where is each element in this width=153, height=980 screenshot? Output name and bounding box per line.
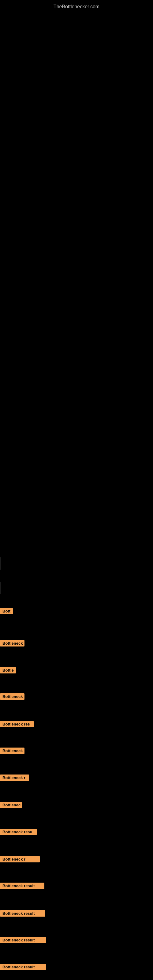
label-10: Bottleneck r [0, 856, 40, 862]
cursor-line-1 [1, 557, 1, 570]
label-9: Bottleneck resu [0, 829, 37, 835]
label-13: Bottleneck result [0, 937, 46, 943]
site-title: TheBottlenecker.com [54, 2, 99, 10]
label-4: Bottleneck [0, 694, 24, 700]
label-14: Bottleneck result [0, 964, 46, 970]
label-3: Bottle [0, 667, 16, 673]
label-8: Bottlenec [0, 802, 22, 808]
label-5: Bottleneck res [0, 721, 33, 727]
label-1: Bott [0, 608, 13, 614]
label-12: Bottleneck result [0, 910, 45, 916]
label-2: Bottleneck [0, 640, 24, 646]
label-11: Bottleneck result [0, 883, 45, 889]
label-7: Bottleneck r [0, 775, 29, 781]
label-6: Bottleneck [0, 748, 24, 754]
cursor-line-2 [1, 582, 1, 594]
